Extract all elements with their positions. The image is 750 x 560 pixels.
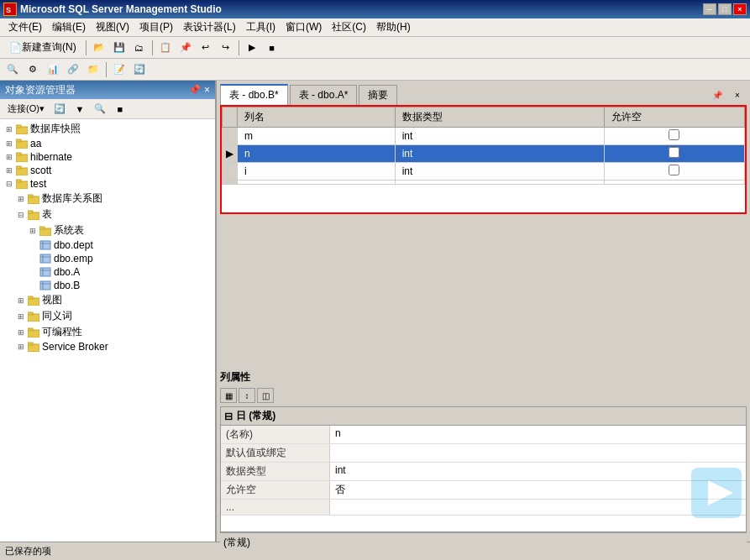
tree-item[interactable]: dbo.dept bbox=[2, 238, 213, 252]
expand-icon[interactable]: ⊞ bbox=[15, 341, 27, 353]
prop-name-value[interactable]: n bbox=[330, 426, 746, 443]
oe-pin-icon[interactable]: 📌 bbox=[188, 84, 201, 96]
menu-view[interactable]: 视图(V) bbox=[91, 18, 134, 36]
tb2-btn7[interactable]: 🔄 bbox=[130, 61, 149, 78]
tb2-btn3[interactable]: 📊 bbox=[44, 61, 62, 78]
tb2-btn6[interactable]: 📝 bbox=[110, 61, 128, 78]
maximize-button[interactable]: □ bbox=[718, 3, 732, 15]
save-all-button[interactable]: 🗂 bbox=[130, 39, 149, 56]
menu-community[interactable]: 社区(C) bbox=[327, 18, 371, 36]
close-button[interactable]: × bbox=[733, 3, 747, 15]
paste-button[interactable]: 📌 bbox=[176, 39, 195, 56]
tab-table-b[interactable]: 表 - dbo.B* bbox=[220, 84, 288, 105]
tree-item[interactable]: dbo.emp bbox=[2, 252, 213, 265]
row-col-nullable[interactable] bbox=[604, 145, 744, 163]
expand-icon[interactable]: ⊞ bbox=[3, 165, 15, 176]
oe-connect-button[interactable]: 连接(O)▾ bbox=[3, 101, 49, 118]
oe-tree[interactable]: ⊞数据库快照⊞aa⊞hibernate⊞scott⊟test⊞数据库关系图⊟表⊞… bbox=[0, 119, 215, 542]
redo-button[interactable]: ↪ bbox=[217, 39, 235, 56]
oe-refresh-button[interactable]: 🔄 bbox=[50, 101, 69, 118]
row-col-type[interactable]: int bbox=[395, 128, 604, 145]
menu-project[interactable]: 项目(P) bbox=[134, 18, 178, 36]
prop-datatype-value[interactable]: int bbox=[330, 463, 746, 480]
new-query-button[interactable]: 📄 新建查询(N) bbox=[3, 39, 82, 56]
panel-close-button[interactable]: × bbox=[728, 86, 747, 103]
row-col-type[interactable] bbox=[395, 181, 604, 185]
tree-item[interactable]: ⊞aa bbox=[2, 137, 213, 150]
prop-nullable-value[interactable]: 否 bbox=[330, 481, 746, 499]
expand-icon[interactable] bbox=[27, 280, 39, 291]
row-col-nullable[interactable] bbox=[604, 163, 744, 181]
row-col-name[interactable]: n bbox=[238, 145, 396, 163]
row-col-type[interactable]: int bbox=[395, 145, 604, 163]
expand-icon[interactable]: ⊞ bbox=[15, 327, 27, 338]
tab-table-a[interactable]: 表 - dbo.A* bbox=[290, 85, 358, 105]
tree-item[interactable]: dbo.B bbox=[2, 279, 213, 292]
row-col-nullable[interactable] bbox=[604, 181, 744, 185]
save-button[interactable]: 💾 bbox=[110, 39, 128, 56]
tree-item[interactable]: ⊞Service Broker bbox=[2, 340, 213, 353]
row-col-name[interactable]: i bbox=[238, 163, 396, 181]
nullable-checkbox[interactable] bbox=[669, 147, 679, 158]
tree-item[interactable]: ⊟表 bbox=[2, 207, 213, 222]
oe-filter-button[interactable]: ▼ bbox=[71, 101, 89, 118]
table-row[interactable]: mint bbox=[223, 128, 745, 145]
prop-default-value[interactable] bbox=[330, 444, 746, 462]
expand-icon[interactable] bbox=[27, 239, 39, 251]
tree-item[interactable]: ⊞可编程性 bbox=[2, 324, 213, 340]
props-view-btn[interactable]: ◫ bbox=[257, 388, 274, 403]
tb2-btn2[interactable]: ⚙ bbox=[24, 61, 42, 78]
expand-icon[interactable]: ⊞ bbox=[15, 311, 27, 322]
expand-icon[interactable]: ⊞ bbox=[3, 138, 15, 149]
minimize-button[interactable]: ─ bbox=[703, 3, 716, 15]
stop-button[interactable]: ■ bbox=[263, 39, 281, 56]
tree-item[interactable]: ⊞数据库关系图 bbox=[2, 191, 213, 207]
execute-button[interactable]: ▶ bbox=[243, 39, 261, 56]
menu-file[interactable]: 文件(E) bbox=[3, 18, 47, 36]
tb2-btn1[interactable]: 🔍 bbox=[3, 61, 22, 78]
table-row[interactable]: ▶nint bbox=[223, 145, 745, 163]
expand-icon[interactable]: ⊞ bbox=[27, 225, 39, 237]
expand-icon[interactable]: ⊞ bbox=[15, 193, 27, 205]
props-grid[interactable]: ⊟ 日 (常规) (名称) n 默认值或绑定 数据类型 int 允许空 否 bbox=[220, 406, 747, 532]
props-sort-btn[interactable]: ↕ bbox=[239, 388, 255, 403]
tree-item[interactable]: ⊞hibernate bbox=[2, 150, 213, 164]
expand-icon[interactable]: ⊟ bbox=[3, 178, 15, 190]
menu-help[interactable]: 帮助(H) bbox=[371, 18, 416, 36]
tab-summary[interactable]: 摘要 bbox=[359, 85, 397, 105]
row-col-name[interactable] bbox=[238, 181, 396, 185]
nullable-checkbox[interactable] bbox=[669, 129, 679, 140]
expand-icon[interactable] bbox=[27, 266, 39, 278]
menu-tabledesigner[interactable]: 表设计器(L) bbox=[178, 18, 241, 36]
panel-pin-button[interactable]: 📌 bbox=[708, 86, 726, 103]
expand-icon[interactable]: ⊞ bbox=[15, 295, 27, 306]
oe-search-button[interactable]: 🔍 bbox=[91, 101, 109, 118]
expand-icon[interactable]: ⊞ bbox=[3, 151, 15, 163]
tree-item[interactable]: ⊟test bbox=[2, 177, 213, 191]
row-col-nullable[interactable] bbox=[604, 128, 744, 145]
tree-item[interactable]: ⊞视图 bbox=[2, 292, 213, 308]
menu-tools[interactable]: 工具(I) bbox=[241, 18, 281, 36]
tree-item[interactable]: ⊞scott bbox=[2, 164, 213, 177]
menu-window[interactable]: 窗口(W) bbox=[281, 18, 327, 36]
menu-edit[interactable]: 编辑(E) bbox=[47, 18, 91, 36]
table-row[interactable]: iint bbox=[223, 163, 745, 181]
undo-button[interactable]: ↩ bbox=[197, 39, 215, 56]
expand-icon[interactable]: ⊞ bbox=[3, 123, 15, 135]
row-col-type[interactable]: int bbox=[395, 163, 604, 181]
oe-close-icon[interactable]: × bbox=[204, 84, 210, 96]
copy-button[interactable]: 📋 bbox=[156, 39, 175, 56]
tree-item[interactable]: dbo.A bbox=[2, 265, 213, 279]
expand-icon[interactable] bbox=[27, 253, 39, 264]
table-content[interactable]: 列名 数据类型 允许空 mint▶nintiint bbox=[220, 105, 747, 214]
table-row[interactable] bbox=[223, 181, 745, 185]
row-col-name[interactable]: m bbox=[238, 128, 396, 145]
oe-stop-button[interactable]: ■ bbox=[111, 101, 129, 118]
tb2-btn5[interactable]: 📁 bbox=[84, 61, 102, 78]
tree-item[interactable]: ⊞同义词 bbox=[2, 308, 213, 324]
expand-icon[interactable]: ⊟ bbox=[15, 209, 27, 221]
tb2-btn4[interactable]: 🔗 bbox=[64, 61, 82, 78]
props-grid-btn[interactable]: ▦ bbox=[220, 388, 237, 403]
tree-item[interactable]: ⊞系统表 bbox=[2, 222, 213, 238]
open-button[interactable]: 📂 bbox=[90, 39, 108, 56]
